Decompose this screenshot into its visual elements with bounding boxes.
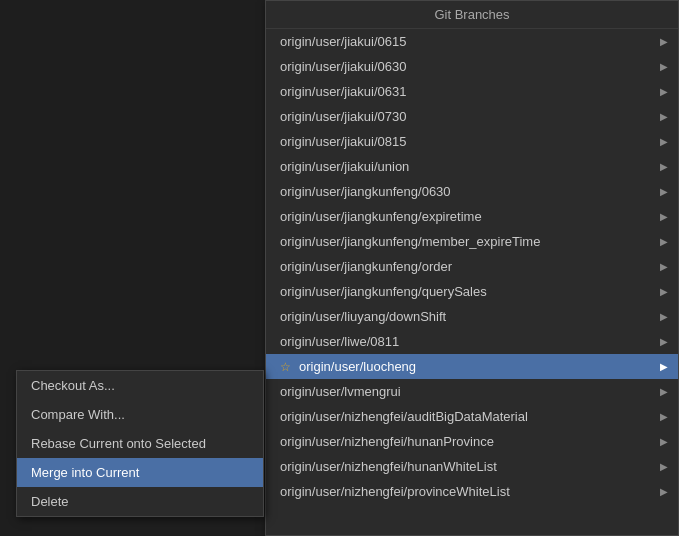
delete-item[interactable]: Delete (17, 487, 263, 516)
branch-name: origin/user/jiangkunfeng/member_expireTi… (280, 234, 660, 249)
branch-item[interactable]: origin/user/lvmengrui▶ (266, 379, 678, 404)
merge-into-current-item[interactable]: Merge into Current (17, 458, 263, 487)
chevron-right-icon: ▶ (660, 311, 668, 322)
branch-label: origin/user/nizhengfei/auditBigDataMater… (280, 409, 528, 424)
branch-label: origin/user/jiakui/0631 (280, 84, 406, 99)
branch-name: origin/user/nizhengfei/hunanProvince (280, 434, 660, 449)
branch-item[interactable]: origin/user/jiakui/0815▶ (266, 129, 678, 154)
branch-item[interactable]: origin/user/jiangkunfeng/member_expireTi… (266, 229, 678, 254)
chevron-right-icon: ▶ (660, 286, 668, 297)
branch-item[interactable]: origin/user/jiakui/0730▶ (266, 104, 678, 129)
branch-label: origin/user/jiangkunfeng/querySales (280, 284, 487, 299)
branch-item[interactable]: origin/user/liwe/0811▶ (266, 329, 678, 354)
chevron-right-icon: ▶ (660, 186, 668, 197)
branch-label: origin/user/lvmengrui (280, 384, 401, 399)
branch-name: origin/user/nizhengfei/hunanWhiteList (280, 459, 660, 474)
branch-name: origin/user/nizhengfei/auditBigDataMater… (280, 409, 660, 424)
branch-name: origin/user/jiakui/0730 (280, 109, 660, 124)
chevron-right-icon: ▶ (660, 386, 668, 397)
chevron-right-icon: ▶ (660, 411, 668, 422)
chevron-right-icon: ▶ (660, 436, 668, 447)
branch-name: origin/user/nizhengfei/provinceWhiteList (280, 484, 660, 499)
branch-label: origin/user/jiangkunfeng/expiretime (280, 209, 482, 224)
branch-item[interactable]: origin/user/nizhengfei/hunanProvince▶ (266, 429, 678, 454)
chevron-right-icon: ▶ (660, 336, 668, 347)
branch-name: origin/user/liuyang/downShift (280, 309, 660, 324)
branch-item[interactable]: origin/user/jiakui/0630▶ (266, 54, 678, 79)
branch-name: origin/user/jiakui/0631 (280, 84, 660, 99)
chevron-right-icon: ▶ (660, 486, 668, 497)
branch-label: origin/user/jiakui/0615 (280, 34, 406, 49)
chevron-right-icon: ▶ (660, 211, 668, 222)
chevron-right-icon: ▶ (660, 136, 668, 147)
branch-label: origin/user/luocheng (299, 359, 416, 374)
branch-item[interactable]: origin/user/jiangkunfeng/expiretime▶ (266, 204, 678, 229)
branch-name: origin/user/liwe/0811 (280, 334, 660, 349)
branch-name: origin/user/jiakui/union (280, 159, 660, 174)
branch-label: origin/user/liuyang/downShift (280, 309, 446, 324)
chevron-right-icon: ▶ (660, 86, 668, 97)
branch-item[interactable]: origin/user/nizhengfei/hunanWhiteList▶ (266, 454, 678, 479)
branch-name: origin/user/jiakui/0815 (280, 134, 660, 149)
git-branches-panel: Git Branches origin/user/jiakui/0615▶ori… (265, 0, 679, 536)
branch-item[interactable]: origin/user/jiakui/0615▶ (266, 29, 678, 54)
chevron-right-icon: ▶ (660, 111, 668, 122)
branch-name: origin/user/lvmengrui (280, 384, 660, 399)
branch-label: origin/user/jiangkunfeng/member_expireTi… (280, 234, 540, 249)
git-branches-title: Git Branches (266, 1, 678, 29)
branch-item[interactable]: origin/user/liuyang/downShift▶ (266, 304, 678, 329)
branch-name: ☆origin/user/luocheng (280, 359, 660, 374)
branch-name: origin/user/jiangkunfeng/0630 (280, 184, 660, 199)
chevron-right-icon: ▶ (660, 36, 668, 47)
compare-with-item[interactable]: Compare With... (17, 400, 263, 429)
branch-item[interactable]: ☆origin/user/luocheng▶ (266, 354, 678, 379)
branch-label: origin/user/jiangkunfeng/order (280, 259, 452, 274)
branch-label: origin/user/nizhengfei/hunanProvince (280, 434, 494, 449)
branch-label: origin/user/jiakui/union (280, 159, 409, 174)
branch-label: origin/user/jiakui/0815 (280, 134, 406, 149)
checkout-as-item[interactable]: Checkout As... (17, 371, 263, 400)
branch-name: origin/user/jiakui/0615 (280, 34, 660, 49)
branch-label: origin/user/liwe/0811 (280, 334, 399, 349)
chevron-right-icon: ▶ (660, 461, 668, 472)
branch-item[interactable]: origin/user/jiakui/union▶ (266, 154, 678, 179)
branch-label: origin/user/jiangkunfeng/0630 (280, 184, 451, 199)
branch-item[interactable]: origin/user/jiakui/0631▶ (266, 79, 678, 104)
branch-name: origin/user/jiangkunfeng/expiretime (280, 209, 660, 224)
chevron-right-icon: ▶ (660, 236, 668, 247)
branch-name: origin/user/jiangkunfeng/order (280, 259, 660, 274)
branch-item[interactable]: origin/user/nizhengfei/provinceWhiteList… (266, 479, 678, 504)
branch-list[interactable]: origin/user/jiakui/0615▶origin/user/jiak… (266, 29, 678, 535)
branch-name: origin/user/jiangkunfeng/querySales (280, 284, 660, 299)
branch-item[interactable]: origin/user/jiangkunfeng/0630▶ (266, 179, 678, 204)
chevron-right-icon: ▶ (660, 361, 668, 372)
rebase-current-item[interactable]: Rebase Current onto Selected (17, 429, 263, 458)
star-icon: ☆ (280, 360, 291, 374)
chevron-right-icon: ▶ (660, 61, 668, 72)
context-menu: Checkout As... Compare With... Rebase Cu… (16, 370, 264, 517)
branch-label: origin/user/jiakui/0730 (280, 109, 406, 124)
branch-label: origin/user/nizhengfei/provinceWhiteList (280, 484, 510, 499)
branch-name: origin/user/jiakui/0630 (280, 59, 660, 74)
chevron-right-icon: ▶ (660, 161, 668, 172)
branch-label: origin/user/jiakui/0630 (280, 59, 406, 74)
branch-item[interactable]: origin/user/nizhengfei/auditBigDataMater… (266, 404, 678, 429)
branch-label: origin/user/nizhengfei/hunanWhiteList (280, 459, 497, 474)
chevron-right-icon: ▶ (660, 261, 668, 272)
branch-item[interactable]: origin/user/jiangkunfeng/order▶ (266, 254, 678, 279)
branch-item[interactable]: origin/user/jiangkunfeng/querySales▶ (266, 279, 678, 304)
